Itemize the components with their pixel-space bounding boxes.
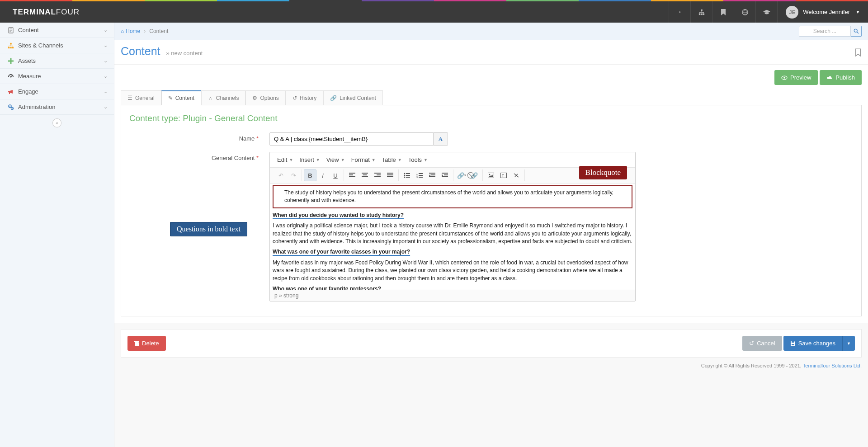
- svg-rect-39: [363, 174, 367, 175]
- bullhorn-icon: [6, 89, 15, 95]
- bookmark-toggle[interactable]: [854, 48, 862, 58]
- globe-icon[interactable]: [734, 1, 755, 23]
- sidebar-item-content[interactable]: Content ⌄: [0, 23, 114, 38]
- tab-options[interactable]: ⚙Options: [245, 90, 285, 105]
- save-dropdown-toggle[interactable]: ▼: [842, 336, 855, 351]
- svg-rect-21: [9, 46, 9, 47]
- menu-table[interactable]: Table▼: [379, 155, 405, 165]
- number-list-button[interactable]: 123: [413, 169, 426, 181]
- undo-button[interactable]: ↶: [274, 169, 287, 181]
- tab-general[interactable]: ☰General: [121, 90, 161, 105]
- sidebar: Content ⌄ Sites & Channels ⌄ Assets ⌄ Me…: [0, 23, 114, 447]
- tab-linked[interactable]: 🔗Linked Content: [323, 90, 383, 105]
- save-button[interactable]: Save changes: [783, 336, 842, 351]
- media-button[interactable]: T: [497, 169, 510, 181]
- svg-rect-3: [703, 13, 704, 15]
- sidebar-label: Content: [18, 27, 39, 33]
- align-justify-button[interactable]: [384, 169, 396, 181]
- sidebar-item-engage[interactable]: Engage ⌄: [0, 84, 114, 99]
- status-dot-icon[interactable]: ●: [669, 1, 690, 23]
- chevron-down-icon: ⌄: [104, 27, 108, 33]
- align-left-button[interactable]: [346, 169, 359, 181]
- page-subtitle: » new content: [166, 50, 203, 56]
- sidebar-item-sites[interactable]: Sites & Channels ⌄: [0, 38, 114, 53]
- sidebar-item-admin[interactable]: Administration ⌄: [0, 99, 114, 115]
- caret-down-icon: ▼: [847, 341, 851, 346]
- sidebar-collapse[interactable]: «: [0, 115, 114, 131]
- delete-button[interactable]: Delete: [127, 336, 166, 351]
- tab-history[interactable]: ↺History: [286, 90, 323, 105]
- menu-tools[interactable]: Tools▼: [406, 155, 430, 165]
- svg-line-32: [857, 32, 858, 33]
- editor-content-area[interactable]: The study of history helps you to unders…: [270, 184, 635, 290]
- unlink-button[interactable]: 🔗⃠: [468, 169, 481, 181]
- redo-button[interactable]: ↷: [287, 169, 300, 181]
- sitemap-icon[interactable]: [690, 1, 712, 23]
- user-menu[interactable]: JE Welcome Jennifer ▼: [777, 1, 868, 23]
- name-input[interactable]: [269, 132, 434, 146]
- svg-point-49: [404, 175, 406, 176]
- outdent-button[interactable]: [426, 169, 439, 181]
- dashboard-icon: [6, 73, 15, 80]
- name-label: Name *: [129, 132, 269, 146]
- publish-button[interactable]: Publish: [820, 70, 862, 85]
- breadcrumb-home[interactable]: Home: [126, 28, 140, 34]
- svg-rect-5: [699, 12, 704, 13]
- footer-link[interactable]: Terminalfour Solutions Ltd.: [803, 363, 862, 368]
- sidebar-label: Engage: [18, 88, 38, 95]
- svg-rect-48: [406, 173, 410, 174]
- svg-point-47: [404, 173, 406, 174]
- bookmark-icon[interactable]: [712, 1, 734, 23]
- svg-rect-17: [10, 47, 12, 48]
- svg-rect-22: [13, 46, 13, 47]
- button-label: Save changes: [798, 340, 835, 347]
- svg-rect-50: [406, 175, 410, 176]
- svg-text:3: 3: [416, 176, 418, 178]
- caret-down-icon: ▼: [856, 10, 860, 14]
- cogs-icon: [6, 104, 15, 110]
- svg-rect-62: [442, 173, 448, 174]
- page-heading: Content » new content: [114, 40, 868, 65]
- search-button[interactable]: [851, 26, 862, 37]
- clear-format-button[interactable]: [510, 169, 523, 181]
- svg-rect-59: [429, 173, 435, 174]
- align-right-button[interactable]: [371, 169, 384, 181]
- avatar: JE: [786, 6, 798, 19]
- preview-button[interactable]: Preview: [774, 70, 818, 85]
- chevron-down-icon: ⌄: [104, 104, 108, 110]
- text-style-addon[interactable]: A: [434, 132, 448, 146]
- menu-format[interactable]: Format▼: [349, 155, 378, 165]
- sidebar-item-assets[interactable]: Assets ⌄: [0, 53, 114, 69]
- link-button[interactable]: 🔗▾: [455, 169, 468, 181]
- content-type-heading: Content type: Plugin - General Content: [129, 113, 853, 123]
- sidebar-item-measure[interactable]: Measure ⌄: [0, 69, 114, 84]
- sidebar-label: Measure: [18, 73, 41, 80]
- svg-rect-41: [374, 173, 381, 174]
- italic-button[interactable]: I: [316, 169, 329, 181]
- svg-rect-24: [8, 60, 14, 61]
- sidebar-label: Sites & Channels: [18, 42, 63, 49]
- tab-panel: Content type: Plugin - General Content N…: [121, 105, 862, 316]
- bold-button[interactable]: B: [304, 169, 316, 181]
- breadcrumb-current: Content: [149, 28, 168, 34]
- graduation-icon[interactable]: [755, 1, 777, 23]
- image-button[interactable]: [485, 169, 497, 181]
- page-title: Content: [121, 45, 160, 57]
- underline-button[interactable]: U: [329, 169, 342, 181]
- menu-insert[interactable]: Insert▼: [297, 155, 322, 165]
- bullet-list-button[interactable]: [401, 169, 413, 181]
- tab-channels[interactable]: ⛬Channels: [201, 90, 246, 105]
- chevron-down-icon: ⌄: [104, 89, 108, 94]
- plus-icon: [6, 58, 15, 64]
- search-input[interactable]: [799, 26, 851, 37]
- history-icon: ↺: [292, 95, 297, 101]
- form-footer: Delete ↺ Cancel Save changes ▼: [121, 329, 862, 358]
- question-text: What was one of your favorite classes in…: [273, 249, 410, 255]
- align-center-button[interactable]: [359, 169, 371, 181]
- tab-content[interactable]: ✎Content: [161, 90, 201, 105]
- welcome-text: Welcome Jennifer: [803, 9, 850, 15]
- indent-button[interactable]: [439, 169, 451, 181]
- menu-edit[interactable]: Edit▼: [274, 155, 296, 165]
- menu-view[interactable]: View▼: [324, 155, 348, 165]
- cancel-button[interactable]: ↺ Cancel: [742, 336, 782, 351]
